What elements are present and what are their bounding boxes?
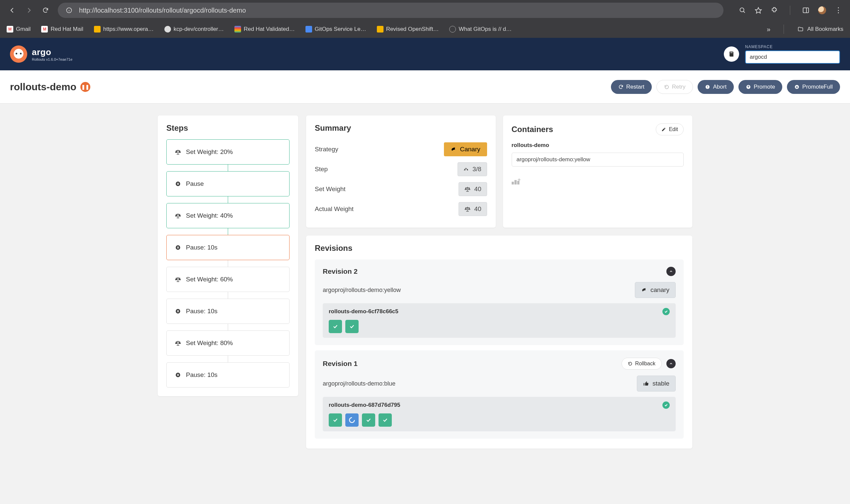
- weight-icon: [175, 149, 181, 155]
- bookmark-what-gitops[interactable]: What GitOps is // d…: [449, 26, 511, 33]
- promote-full-button[interactable]: PromoteFull: [787, 80, 840, 94]
- revision-block: Revision 2argoproj/rollouts-demo:yellowc…: [315, 259, 684, 345]
- abort-button[interactable]: Abort: [698, 80, 734, 94]
- step-item[interactable]: Set Weight: 80%: [166, 330, 290, 356]
- bookmark-redhat-mail[interactable]: MRed Hat Mail: [41, 26, 83, 33]
- bookmark-gitops-service[interactable]: GitOps Service Le…: [306, 26, 366, 33]
- svg-point-26: [465, 169, 465, 170]
- revision-tag: stable: [637, 376, 676, 392]
- pause-icon: [175, 372, 181, 378]
- svg-rect-24: [177, 374, 178, 376]
- revision-image: argoproj/rollouts-demo:yellow: [323, 287, 401, 294]
- bookmarks-overflow-icon[interactable]: »: [767, 25, 770, 33]
- forward-button[interactable]: [24, 6, 33, 15]
- weight-icon: [175, 340, 181, 346]
- panel-icon[interactable]: [802, 7, 810, 14]
- bookmark-gmail[interactable]: MGmail: [7, 26, 31, 33]
- url-text: http://localhost:3100/rollouts/rollout/a…: [79, 7, 246, 14]
- strategy-badge: Canary: [444, 142, 487, 156]
- replicaset-block: rollouts-demo-6cf78c66c5: [323, 303, 676, 338]
- promote-button[interactable]: Promote: [739, 80, 782, 94]
- summary-heading: Summary: [315, 123, 487, 133]
- svg-rect-16: [178, 183, 179, 185]
- add-container-icon[interactable]: [511, 177, 684, 185]
- app-version: Rollouts v1.6.0+7eae71e: [32, 57, 72, 61]
- pod-healthy[interactable]: [345, 320, 359, 333]
- star-icon[interactable]: [755, 7, 762, 14]
- pod-healthy[interactable]: [329, 320, 342, 333]
- status-paused-icon: ❚❚: [80, 82, 90, 92]
- profile-avatar[interactable]: [818, 6, 826, 14]
- pause-icon: [175, 180, 181, 187]
- summary-step-label: Step: [315, 166, 328, 173]
- healthy-icon: [662, 401, 670, 409]
- summary-card: Summary Strategy Canary Step 3/8: [306, 115, 496, 228]
- svg-point-27: [467, 169, 468, 170]
- address-bar[interactable]: http://localhost:3100/rollouts/rollout/a…: [58, 3, 724, 18]
- restart-button[interactable]: Restart: [611, 80, 652, 94]
- site-info-icon[interactable]: [66, 7, 72, 14]
- step-item[interactable]: Pause: 10s: [166, 362, 290, 388]
- svg-rect-10: [708, 86, 708, 87]
- step-item[interactable]: Set Weight: 60%: [166, 267, 290, 292]
- svg-rect-19: [178, 247, 179, 249]
- bookmark-openshift[interactable]: Revised OpenShift…: [377, 26, 439, 33]
- page-title: rollouts-demo: [10, 81, 76, 93]
- summary-actual-weight-value: 40: [458, 202, 487, 216]
- rollback-button[interactable]: Rollback: [622, 358, 662, 370]
- argo-logo[interactable]: argo Rollouts v1.6.0+7eae71e: [10, 46, 72, 63]
- pause-icon: [175, 244, 181, 251]
- namespace-label: NAMESPACE: [745, 44, 840, 49]
- app-brand: argo: [32, 47, 72, 57]
- separator: [784, 24, 784, 34]
- step-connector: [228, 292, 228, 299]
- revision-block: Revision 1Rollbackargoproj/rollouts-demo…: [315, 350, 684, 439]
- namespace-input[interactable]: [745, 50, 840, 64]
- edit-button[interactable]: Edit: [656, 123, 684, 136]
- reload-button[interactable]: [41, 6, 50, 15]
- container-image-field[interactable]: argoproj/rollouts-demo:yellow: [511, 152, 684, 166]
- svg-line-4: [743, 11, 745, 13]
- step-connector: [228, 165, 228, 171]
- pod-progressing[interactable]: [345, 413, 359, 427]
- bookmark-kcp[interactable]: kcp-dev/controller…: [164, 26, 224, 33]
- bookmark-rh-validated[interactable]: Red Hat Validated…: [235, 26, 295, 33]
- step-label: Set Weight: 40%: [186, 212, 233, 219]
- svg-marker-5: [756, 7, 761, 13]
- containers-card: Containers Edit rollouts-demo argoproj/r…: [503, 115, 693, 228]
- step-connector: [228, 228, 228, 235]
- summary-strategy-label: Strategy: [315, 146, 339, 153]
- step-label: Set Weight: 20%: [186, 148, 233, 156]
- step-connector: [228, 196, 228, 203]
- step-item[interactable]: Set Weight: 20%: [166, 139, 290, 165]
- step-item[interactable]: Set Weight: 40%: [166, 203, 290, 228]
- healthy-icon: [662, 308, 670, 315]
- extensions-icon[interactable]: [771, 7, 778, 14]
- collapse-icon[interactable]: [666, 267, 676, 276]
- svg-rect-6: [803, 8, 809, 13]
- search-icon[interactable]: [739, 7, 746, 14]
- summary-actual-weight-label: Actual Weight: [315, 205, 353, 213]
- replicaset-name: rollouts-demo-687d76d795: [329, 402, 400, 409]
- pod-healthy[interactable]: [329, 413, 342, 427]
- bookmarks-bar: MGmail MRed Hat Mail https://www.opera… …: [0, 21, 850, 38]
- pod-healthy[interactable]: [362, 413, 375, 427]
- kebab-icon[interactable]: ⋮: [835, 7, 842, 14]
- app-header: argo Rollouts v1.6.0+7eae71e NAMESPACE: [0, 38, 850, 70]
- step-item[interactable]: Pause: 10s: [166, 299, 290, 324]
- step-label: Set Weight: 60%: [186, 276, 233, 283]
- all-bookmarks-button[interactable]: All Bookmarks: [797, 26, 843, 33]
- bookmark-opera[interactable]: https://www.opera…: [94, 26, 154, 33]
- steps-heading: Steps: [166, 123, 290, 133]
- svg-rect-29: [514, 180, 517, 184]
- revision-title: Revision 1: [323, 360, 358, 367]
- pod-healthy[interactable]: [379, 413, 392, 427]
- svg-rect-30: [517, 181, 519, 184]
- replicaset-name: rollouts-demo-6cf78c66c5: [329, 308, 398, 315]
- collapse-icon[interactable]: [666, 359, 676, 368]
- step-item[interactable]: Pause: [166, 171, 290, 196]
- back-button[interactable]: [8, 6, 17, 15]
- docs-icon[interactable]: [724, 47, 739, 62]
- step-label: Pause: 10s: [186, 244, 218, 251]
- step-item[interactable]: Pause: 10s: [166, 235, 290, 260]
